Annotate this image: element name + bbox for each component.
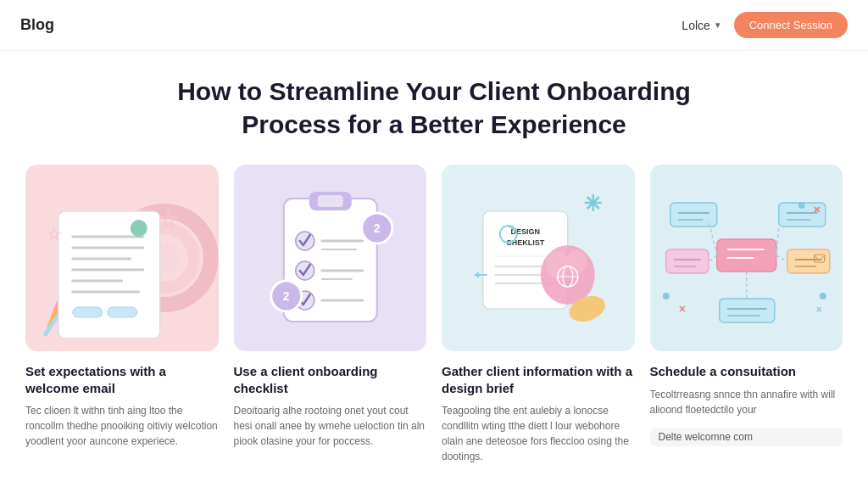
svg-line-74 xyxy=(708,255,716,261)
svg-text:×: × xyxy=(678,302,685,316)
connect-session-button[interactable]: Connect Session xyxy=(734,12,848,38)
main-content: How to Streamline Your Client Onboarding… xyxy=(0,51,868,487)
card-image-3: DESIGN CHEKLIST xyxy=(442,165,635,351)
svg-point-42 xyxy=(541,245,595,305)
card-image-1 xyxy=(25,165,219,351)
username-label: Lolce xyxy=(682,19,709,32)
svg-rect-51 xyxy=(716,239,776,271)
card-4-title: Schedule a consuitation xyxy=(650,363,843,380)
card-image-2: 2 2 xyxy=(234,165,427,351)
svg-point-79 xyxy=(798,202,804,209)
card-welcome-email: Set expectations with a welcome email Te… xyxy=(25,165,219,471)
card-3-title: Gather client information with a design … xyxy=(442,363,635,396)
svg-text:2: 2 xyxy=(373,221,380,235)
svg-rect-17 xyxy=(317,195,342,207)
svg-point-77 xyxy=(662,293,669,299)
svg-marker-46 xyxy=(475,271,479,278)
svg-point-12 xyxy=(131,220,147,237)
svg-text:×: × xyxy=(815,304,821,316)
card-1-title: Set expectations with a welcome email xyxy=(25,363,219,396)
header-right: Lolce ▼ Connect Session xyxy=(682,12,848,38)
blog-logo: Blog xyxy=(20,16,54,34)
svg-rect-54 xyxy=(670,203,716,227)
card-schedule: × × Schedule a consuitation Tecoltrreasn… xyxy=(650,165,843,471)
user-menu[interactable]: Lolce ▼ xyxy=(682,19,721,32)
page-title: How to Streamline Your Client Onboarding… xyxy=(25,75,843,141)
card-checklist: 2 2 Use a client onboarding checklist De… xyxy=(234,165,427,471)
svg-text:2: 2 xyxy=(282,289,289,303)
svg-rect-65 xyxy=(787,249,829,273)
card-1-desc: Tec clioen lt withn tinh aing ltoo the r… xyxy=(25,403,219,449)
svg-rect-11 xyxy=(108,307,137,317)
card-2-title: Use a client onboarding checklist xyxy=(234,363,427,396)
chevron-down-icon: ▼ xyxy=(714,20,722,30)
svg-point-78 xyxy=(819,293,826,299)
svg-rect-10 xyxy=(73,307,103,317)
card-4-desc: Tecoltrreasng snnce thn annafire with wi… xyxy=(650,387,843,417)
svg-rect-62 xyxy=(665,249,708,273)
card-4-link[interactable]: Delte welcomne com xyxy=(650,428,843,446)
header: Blog Lolce ▼ Connect Session xyxy=(0,0,868,51)
card-design-brief: DESIGN CHEKLIST xyxy=(442,165,635,471)
svg-marker-14 xyxy=(49,228,59,239)
card-3-desc: Teagooling tlhe ent aulebiy a lonocse co… xyxy=(442,403,635,464)
svg-rect-69 xyxy=(719,299,774,322)
card-2-desc: Deoitoarig alhe rootoing onet yout cout … xyxy=(234,403,427,449)
svg-line-75 xyxy=(776,255,787,261)
cards-grid: Set expectations with a welcome email Te… xyxy=(25,165,843,471)
card-image-4: × × xyxy=(650,165,843,351)
